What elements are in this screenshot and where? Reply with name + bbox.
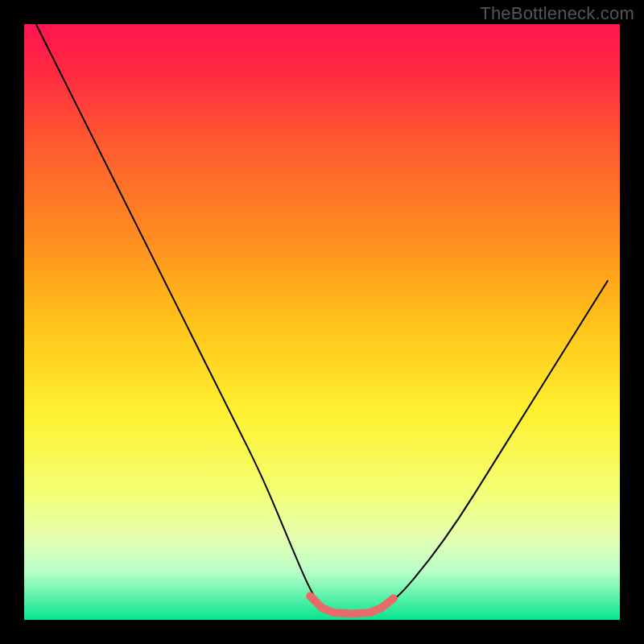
watermark-text: TheBottleneck.com bbox=[480, 3, 634, 24]
chart-svg bbox=[24, 24, 620, 620]
chart-frame: TheBottleneck.com bbox=[0, 0, 644, 644]
plot-area bbox=[24, 24, 620, 620]
gradient-background bbox=[24, 24, 620, 620]
